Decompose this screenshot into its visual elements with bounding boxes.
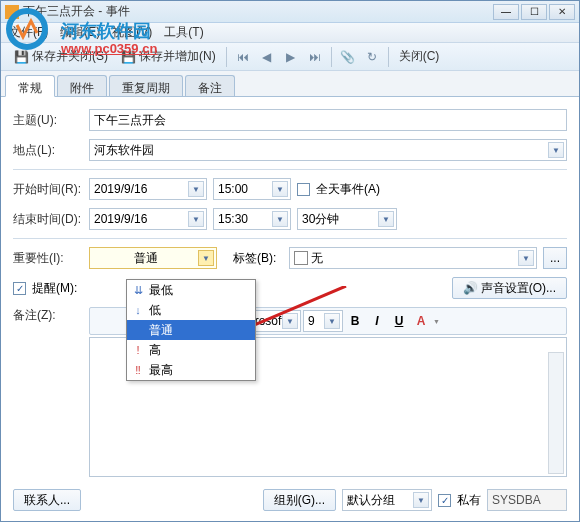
chevron-down-icon[interactable]: ▼ — [433, 318, 440, 325]
chevron-down-icon: ▼ — [324, 313, 340, 329]
start-date-dropdown[interactable]: 2019/9/16 ▼ — [89, 178, 207, 200]
save-add-icon: 💾 — [120, 49, 136, 65]
contacts-button[interactable]: 联系人... — [13, 489, 81, 511]
private-checkbox[interactable] — [438, 494, 451, 507]
divider — [13, 169, 567, 170]
priority-option-highest[interactable]: ‼ 最高 — [127, 360, 255, 380]
tab-attach[interactable]: 附件 — [57, 75, 107, 96]
speaker-icon: 🔊 — [463, 281, 478, 295]
location-dropdown[interactable]: 河东软件园 ▼ — [89, 139, 567, 161]
underline-button[interactable]: U — [389, 312, 409, 330]
duration-value: 30分钟 — [302, 211, 339, 228]
option-label: 最高 — [149, 362, 173, 379]
tag-label: 标签(B): — [233, 250, 283, 267]
menu-tools[interactable]: 工具(T) — [164, 24, 203, 41]
end-date-value: 2019/9/16 — [94, 212, 147, 226]
start-time-value: 15:00 — [218, 182, 248, 196]
minimize-button[interactable]: — — [493, 4, 519, 20]
priority-highest-icon: ‼ — [131, 363, 145, 377]
priority-option-low[interactable]: ↓ 低 — [127, 300, 255, 320]
tag-value: 无 — [311, 250, 323, 267]
separator — [226, 47, 227, 67]
chevron-down-icon: ▼ — [188, 181, 204, 197]
nav-first-button[interactable]: ⏮ — [233, 47, 253, 67]
nav-next-button[interactable]: ▶ — [281, 47, 301, 67]
maximize-button[interactable]: ☐ — [521, 4, 547, 20]
option-label: 最低 — [149, 282, 173, 299]
allday-checkbox[interactable] — [297, 183, 310, 196]
priority-low-icon: ↓ — [131, 303, 145, 317]
chevron-down-icon: ▼ — [272, 211, 288, 227]
end-date-dropdown[interactable]: 2019/9/16 ▼ — [89, 208, 207, 230]
chevron-down-icon: ▼ — [198, 250, 214, 266]
nav-last-button[interactable]: ⏭ — [305, 47, 325, 67]
option-label: 普通 — [149, 322, 173, 339]
toolbar: 💾 保存并关闭(S) 💾 保存并增加(N) ⏮ ◀ ▶ ⏭ 📎 ↻ 关闭(C) — [1, 43, 579, 71]
tag-dropdown[interactable]: 无 ▼ — [289, 247, 537, 269]
fontsize-dropdown[interactable]: 9 ▼ — [303, 310, 343, 332]
remind-checkbox[interactable] — [13, 282, 26, 295]
start-label: 开始时间(R): — [13, 181, 83, 198]
tab-general[interactable]: 常规 — [5, 75, 55, 97]
close-action-button[interactable]: 关闭(C) — [395, 46, 444, 67]
chevron-down-icon: ▼ — [548, 142, 564, 158]
tag-color-square — [294, 251, 308, 265]
priority-option-lowest[interactable]: ⇊ 最低 — [127, 280, 255, 300]
private-label: 私有 — [457, 492, 481, 509]
close-button[interactable]: ✕ — [549, 4, 575, 20]
group-value: 默认分组 — [347, 492, 395, 509]
save-close-button[interactable]: 💾 保存并关闭(S) — [9, 46, 112, 67]
app-icon — [5, 5, 19, 19]
priority-option-high[interactable]: ! 高 — [127, 340, 255, 360]
window-title: 下午三点开会 - 事件 — [23, 3, 493, 20]
remind-label: 提醒(M): — [32, 280, 77, 297]
fontsize-value: 9 — [308, 314, 315, 328]
priority-lowest-icon: ⇊ — [131, 283, 145, 297]
group-button[interactable]: 组别(G)... — [263, 489, 336, 511]
sound-btn-label: 声音设置(O)... — [481, 280, 556, 297]
menu-edit[interactable]: 编辑(E) — [60, 24, 100, 41]
nav-prev-button[interactable]: ◀ — [257, 47, 277, 67]
chevron-down-icon: ▼ — [188, 211, 204, 227]
duration-dropdown[interactable]: 30分钟 ▼ — [297, 208, 397, 230]
menu-view[interactable]: 视图(V) — [112, 24, 152, 41]
importance-dropdown[interactable]: 普通 ▼ — [89, 247, 217, 269]
recur-button[interactable]: ↻ — [362, 47, 382, 67]
priority-high-icon: ! — [131, 343, 145, 357]
titlebar: 下午三点开会 - 事件 — ☐ ✕ — [1, 1, 579, 23]
location-value: 河东软件园 — [94, 142, 154, 159]
tab-recur[interactable]: 重复周期 — [109, 75, 183, 96]
save-add-button[interactable]: 💾 保存并增加(N) — [116, 46, 220, 67]
bold-button[interactable]: B — [345, 312, 365, 330]
start-time-dropdown[interactable]: 15:00 ▼ — [213, 178, 291, 200]
save-icon: 💾 — [13, 49, 29, 65]
tabbar: 常规 附件 重复周期 备注 — [1, 71, 579, 97]
start-date-value: 2019/9/16 — [94, 182, 147, 196]
font-color-button[interactable]: A — [411, 312, 431, 330]
italic-button[interactable]: I — [367, 312, 387, 330]
subject-label: 主题(U): — [13, 112, 83, 129]
importance-dropdown-list: ⇊ 最低 ↓ 低 普通 ! 高 ‼ 最高 — [126, 279, 256, 381]
separator — [331, 47, 332, 67]
content-panel: 主题(U): 地点(L): 河东软件园 ▼ 开始时间(R): 2019/9/16… — [1, 97, 579, 497]
menu-file[interactable]: 文件(F) — [9, 24, 48, 41]
save-add-label: 保存并增加(N) — [139, 48, 216, 65]
priority-option-normal[interactable]: 普通 — [127, 320, 255, 340]
chevron-down-icon: ▼ — [378, 211, 394, 227]
subject-input[interactable] — [89, 109, 567, 131]
chevron-down-icon: ▼ — [272, 181, 288, 197]
sound-settings-button[interactable]: 🔊 声音设置(O)... — [452, 277, 567, 299]
attach-button[interactable]: 📎 — [338, 47, 358, 67]
end-time-dropdown[interactable]: 15:30 ▼ — [213, 208, 291, 230]
importance-label: 重要性(I): — [13, 250, 83, 267]
tab-notes[interactable]: 备注 — [185, 75, 235, 96]
priority-normal-icon — [131, 323, 145, 337]
location-label: 地点(L): — [13, 142, 83, 159]
divider — [13, 238, 567, 239]
user-field — [487, 489, 567, 511]
event-window: 下午三点开会 - 事件 — ☐ ✕ 河东软件园 www.pc0359.cn 文件… — [0, 0, 580, 522]
group-dropdown[interactable]: 默认分组 ▼ — [342, 489, 432, 511]
close-label: 关闭(C) — [399, 48, 440, 65]
tag-more-button[interactable]: ... — [543, 247, 567, 269]
window-controls: — ☐ ✕ — [493, 4, 575, 20]
